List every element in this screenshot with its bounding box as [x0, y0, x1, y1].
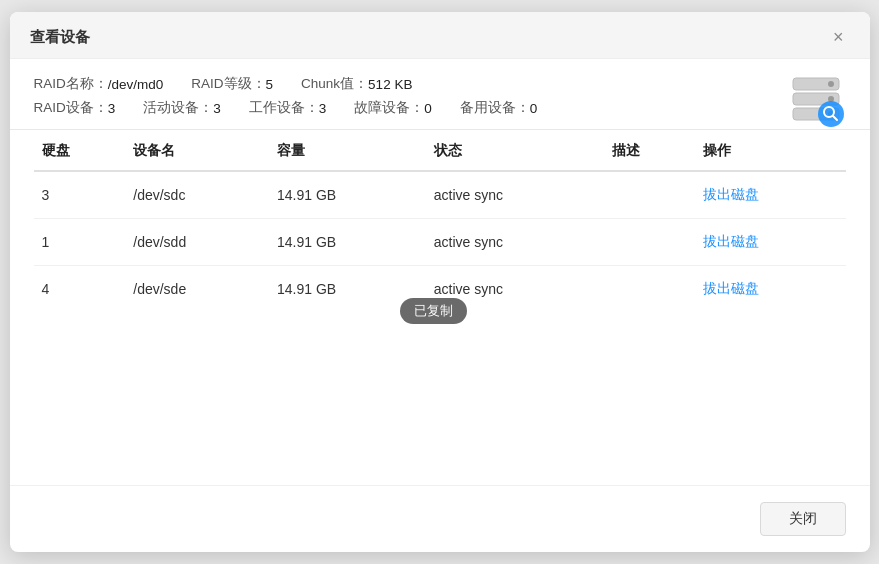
- fault-device-item: 故障设备： 0: [354, 99, 432, 117]
- working-device-item: 工作设备： 3: [249, 99, 327, 117]
- svg-point-6: [818, 101, 844, 127]
- col-status: 状态: [426, 130, 604, 171]
- status: active sync: [426, 266, 604, 313]
- device-name: /dev/sde: [125, 266, 269, 313]
- eject-disk-button[interactable]: 拔出磁盘: [703, 187, 759, 202]
- description: [604, 171, 696, 219]
- close-dialog-button[interactable]: 关闭: [760, 502, 846, 536]
- status: active sync: [426, 171, 604, 219]
- col-disk: 硬盘: [34, 130, 126, 171]
- raid-level-item: RAID等级： 5: [191, 75, 273, 93]
- description: [604, 266, 696, 313]
- spare-device-label: 备用设备：: [460, 99, 530, 117]
- table-row: 3/dev/sdc14.91 GBactive sync拔出磁盘: [34, 171, 846, 219]
- action-cell: 拔出磁盘: [695, 171, 845, 219]
- col-device-name: 设备名: [125, 130, 269, 171]
- action-cell: 拔出磁盘: [695, 266, 845, 313]
- table-row: 1/dev/sdd14.91 GBactive sync拔出磁盘: [34, 219, 846, 266]
- device-name: /dev/sdc: [125, 171, 269, 219]
- chunk-value: 512 KB: [368, 77, 412, 92]
- col-capacity: 容量: [269, 130, 426, 171]
- raid-level-value: 5: [266, 77, 274, 92]
- status: active sync: [426, 219, 604, 266]
- info-section: RAID名称： /dev/md0 RAID等级： 5 Chunk值： 512 K…: [10, 59, 870, 129]
- raid-svg: [787, 70, 845, 128]
- spare-device-value: 0: [530, 101, 538, 116]
- capacity: 14.91 GB: [269, 266, 426, 313]
- active-device-label: 活动设备：: [143, 99, 213, 117]
- dialog-title: 查看设备: [30, 28, 90, 47]
- capacity: 14.91 GB: [269, 219, 426, 266]
- raid-device-item: RAID设备： 3: [34, 99, 116, 117]
- raid-name-value: /dev/md0: [108, 77, 164, 92]
- info-row-2: RAID设备： 3 活动设备： 3 工作设备： 3 故障设备： 0 备用设备： …: [34, 99, 846, 117]
- chunk-label: Chunk值：: [301, 75, 368, 93]
- active-device-value: 3: [213, 101, 221, 116]
- raid-level-label: RAID等级：: [191, 75, 265, 93]
- active-device-item: 活动设备： 3: [143, 99, 221, 117]
- dialog-header: 查看设备 ×: [10, 12, 870, 59]
- svg-point-3: [828, 81, 834, 87]
- capacity: 14.91 GB: [269, 171, 426, 219]
- col-description: 描述: [604, 130, 696, 171]
- chunk-item: Chunk值： 512 KB: [301, 75, 412, 93]
- device-name: /dev/sdd: [125, 219, 269, 266]
- col-action: 操作: [695, 130, 845, 171]
- dialog-footer: 关闭: [10, 485, 870, 552]
- disk-number: 3: [34, 171, 126, 219]
- fault-device-label: 故障设备：: [354, 99, 424, 117]
- eject-disk-button[interactable]: 拔出磁盘: [703, 234, 759, 249]
- spare-device-item: 备用设备： 0: [460, 99, 538, 117]
- working-device-value: 3: [319, 101, 327, 116]
- info-row-1: RAID名称： /dev/md0 RAID等级： 5 Chunk值： 512 K…: [34, 75, 846, 93]
- disk-number: 4: [34, 266, 126, 313]
- fault-device-value: 0: [424, 101, 432, 116]
- action-cell: 拔出磁盘: [695, 219, 845, 266]
- table-row: 4/dev/sde14.91 GBactive sync拔出磁盘: [34, 266, 846, 313]
- working-device-label: 工作设备：: [249, 99, 319, 117]
- close-icon[interactable]: ×: [827, 26, 850, 48]
- description: [604, 219, 696, 266]
- raid-icon: [786, 69, 846, 129]
- raid-device-value: 3: [108, 101, 116, 116]
- disk-number: 1: [34, 219, 126, 266]
- raid-device-label: RAID设备：: [34, 99, 108, 117]
- table-header-row: 硬盘 设备名 容量 状态 描述 操作: [34, 130, 846, 171]
- view-device-dialog: 查看设备 × RAID名称： /dev/md0 RAID等级： 5 Chunk值…: [10, 12, 870, 552]
- device-table: 硬盘 设备名 容量 状态 描述 操作 3/dev/sdc14.91 GBacti…: [34, 130, 846, 312]
- raid-name-label: RAID名称：: [34, 75, 108, 93]
- eject-disk-button[interactable]: 拔出磁盘: [703, 281, 759, 296]
- raid-name-item: RAID名称： /dev/md0: [34, 75, 164, 93]
- table-section: 硬盘 设备名 容量 状态 描述 操作 3/dev/sdc14.91 GBacti…: [10, 130, 870, 485]
